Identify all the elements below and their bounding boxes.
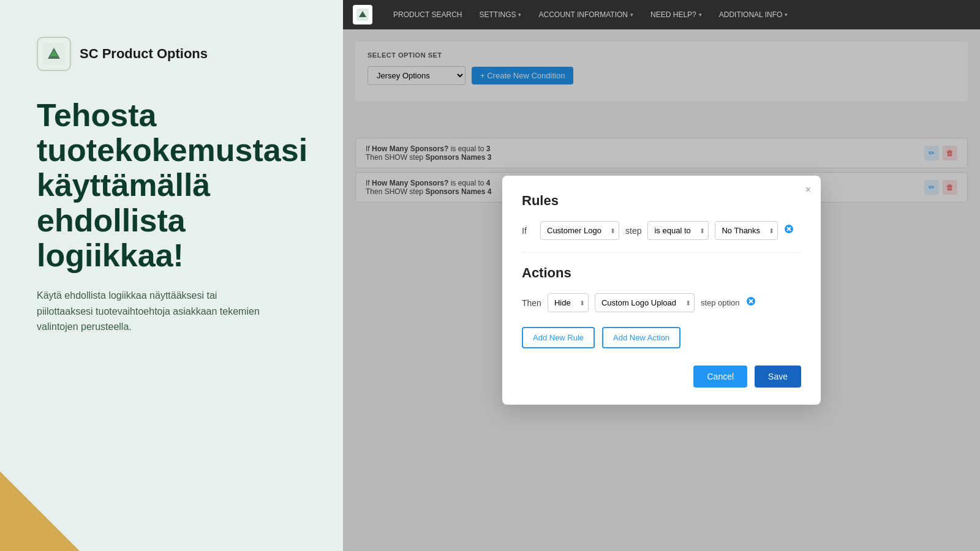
action-target-wrapper: Custom Logo Upload	[595, 293, 695, 312]
app-logo-icon	[37, 37, 71, 71]
modal-footer: Cancel Save	[522, 365, 801, 388]
rule-value-select[interactable]: No Thanks	[715, 221, 778, 240]
action-step-text: step option	[701, 298, 740, 307]
rule-value-wrapper: No Thanks	[715, 221, 778, 240]
subtext: Käytä ehdollista logiikkaa näyttääksesi …	[37, 288, 270, 335]
rule-row: If Customer Logo step is equal to	[522, 221, 801, 240]
remove-rule-button[interactable]	[784, 224, 794, 237]
rule-condition-select[interactable]: Customer Logo	[540, 221, 619, 240]
modal-close-button[interactable]: ×	[805, 184, 811, 195]
action-row: Then Hide Custom Logo Upload step option	[522, 293, 801, 312]
action-verb-select[interactable]: Hide	[548, 293, 589, 312]
step-label: step	[625, 226, 641, 236]
action-verb-wrapper: Hide	[548, 293, 589, 312]
if-label: If	[522, 226, 534, 236]
add-new-rule-button[interactable]: Add New Rule	[522, 327, 595, 348]
account-chevron-icon: ▾	[630, 12, 633, 18]
rule-operator-select[interactable]: is equal to	[647, 221, 709, 240]
info-chevron-icon: ▾	[785, 12, 788, 18]
remove-action-button[interactable]	[746, 296, 756, 309]
app-content-area: SELECT OPTION SET Jersey Options + Creat…	[343, 29, 980, 551]
add-buttons-row: Add New Rule Add New Action	[522, 327, 801, 348]
nav-account-information[interactable]: ACCOUNT INFORMATION ▾	[530, 0, 642, 29]
logo-area: SC Product Options	[37, 37, 306, 71]
actions-title: Actions	[522, 265, 801, 281]
add-new-action-button[interactable]: Add New Action	[602, 327, 680, 348]
nav-additional-info[interactable]: ADDITIONAL INFO ▾	[710, 0, 797, 29]
nav-need-help[interactable]: NEED HELP? ▾	[642, 0, 710, 29]
headline: Tehosta tuotekokemustasi käyttämällä ehd…	[37, 98, 306, 273]
app-name: SC Product Options	[80, 46, 208, 62]
rule-operator-wrapper: is equal to	[647, 221, 709, 240]
app-navbar: PRODUCT SEARCH SETTINGS ▾ ACCOUNT INFORM…	[343, 0, 980, 29]
settings-chevron-icon: ▾	[518, 12, 521, 18]
then-label: Then	[522, 298, 541, 308]
modal-overlay: × Rules If Customer Logo step is equal t…	[343, 29, 980, 551]
nav-logo	[353, 5, 372, 24]
left-panel: SC Product Options Tehosta tuotekokemust…	[0, 0, 343, 551]
nav-product-search[interactable]: PRODUCT SEARCH	[385, 0, 470, 29]
help-chevron-icon: ▾	[699, 12, 702, 18]
save-button[interactable]: Save	[755, 365, 801, 388]
cancel-button[interactable]: Cancel	[693, 365, 747, 388]
rules-modal: × Rules If Customer Logo step is equal t…	[502, 176, 821, 405]
section-divider	[522, 252, 801, 253]
right-panel: PRODUCT SEARCH SETTINGS ▾ ACCOUNT INFORM…	[343, 0, 980, 551]
rules-title: Rules	[522, 193, 801, 209]
nav-settings[interactable]: SETTINGS ▾	[470, 0, 530, 29]
action-target-select[interactable]: Custom Logo Upload	[595, 293, 695, 312]
rule-condition-wrapper: Customer Logo	[540, 221, 619, 240]
